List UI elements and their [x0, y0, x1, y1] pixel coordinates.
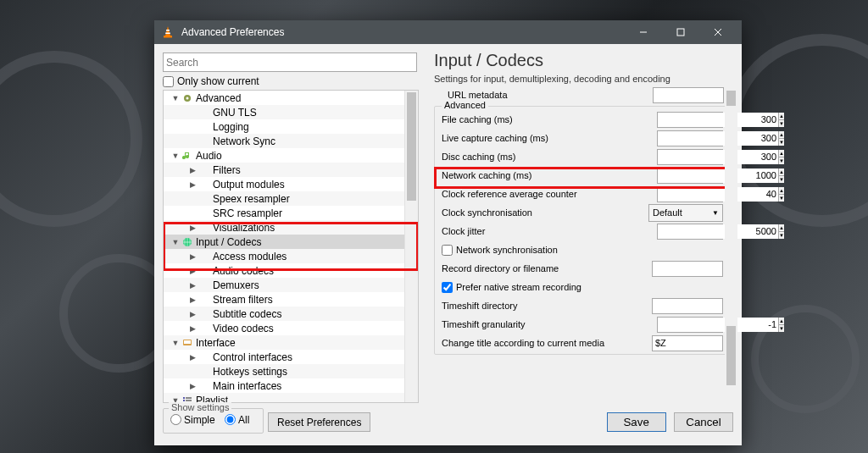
svg-point-9 [186, 97, 189, 99]
tree-item[interactable]: ▶Subtitle codecs [164, 307, 404, 321]
client-area: Only show current ▼AdvancedGNU TLSLoggin… [154, 44, 742, 445]
svg-rect-15 [183, 400, 185, 401]
live-capture-input[interactable]: ▲▼ [657, 130, 723, 146]
svg-rect-3 [164, 36, 172, 38]
chevron-icon: ▼ [170, 152, 181, 160]
record-dir-label: Record directory or filename [442, 263, 652, 273]
radio-all[interactable]: All [225, 414, 249, 426]
disc-caching-label: Disc caching (ms) [442, 152, 657, 162]
tree-item[interactable]: ▼Audio [164, 148, 404, 163]
clock-jitter-label: Clock jitter [442, 226, 657, 236]
category-icon [198, 294, 211, 306]
svg-rect-14 [186, 397, 192, 399]
tree-item[interactable]: ▶Access modules [164, 249, 404, 263]
tree-item-label: Speex resampler [213, 193, 290, 205]
clock-sync-select[interactable]: Default▼ [648, 204, 723, 222]
tree-item[interactable]: ▶Visualizations [164, 220, 404, 235]
tree-item[interactable]: GNU TLS [164, 105, 404, 119]
category-icon [198, 308, 211, 320]
tree-item[interactable]: ▶Main interfaces [164, 378, 404, 393]
tree-item[interactable]: ▶Output modules [164, 177, 404, 191]
tree-item-label: Control interfaces [213, 351, 292, 363]
save-button[interactable]: Save [607, 412, 666, 432]
close-button[interactable] [699, 20, 737, 44]
tree-item[interactable]: Hotkeys settings [164, 364, 404, 378]
minimize-button[interactable] [625, 20, 662, 44]
tree-item[interactable]: ▶Video codecs [164, 321, 404, 335]
tree-item-label: Input / Codecs [196, 236, 261, 248]
panel-scrollbar[interactable] [725, 89, 737, 407]
tree-item-label: Audio codecs [213, 265, 274, 277]
timeshift-gran-input[interactable]: ▲▼ [657, 317, 723, 333]
tree-item-label: Filters [213, 164, 241, 176]
network-caching-label: Network caching (ms) [442, 170, 657, 180]
category-icon [198, 222, 211, 234]
network-caching-input[interactable]: ▲▼ [657, 168, 723, 184]
network-sync-checkbox[interactable]: Network synchronisation [442, 245, 558, 256]
category-icon [198, 380, 211, 392]
tree-item[interactable]: ▶Audio codecs [164, 263, 404, 278]
maximize-button[interactable] [662, 20, 699, 44]
tree-item[interactable]: SRC resampler [164, 206, 404, 220]
change-title-input[interactable] [652, 335, 723, 351]
panel-subtitle: Settings for input, demultiplexing, deco… [434, 74, 731, 84]
tree-item[interactable]: ▶Stream filters [164, 292, 404, 307]
clock-jitter-input[interactable]: ▲▼ [657, 224, 723, 240]
tree-item-label: Visualizations [213, 222, 275, 234]
tree-item[interactable]: ▼Input / Codecs [164, 235, 404, 249]
settings-panel: Input / Codecs Settings for input, demul… [434, 51, 731, 355]
tree-item[interactable]: ▶Filters [164, 163, 404, 177]
timeshift-gran-label: Timeshift granularity [442, 319, 657, 329]
only-show-current-checkbox[interactable]: Only show current [163, 75, 417, 87]
chevron-icon: ▶ [187, 267, 198, 275]
file-caching-input[interactable]: ▲▼ [657, 112, 723, 128]
category-icon [198, 366, 211, 378]
titlebar[interactable]: Advanced Preferences [154, 20, 742, 44]
chevron-icon: ▶ [187, 310, 198, 318]
category-icon [198, 107, 211, 119]
tree-item-label: GNU TLS [213, 107, 257, 119]
category-icon [198, 265, 211, 277]
radio-simple[interactable]: Simple [170, 414, 215, 426]
reset-preferences-button[interactable]: Reset Preferences [268, 412, 370, 432]
tree-item-label: Interface [196, 337, 236, 349]
tree-item-label: Audio [196, 150, 222, 162]
tree-item[interactable]: Network Sync [164, 134, 404, 148]
prefer-native-checkbox[interactable]: Prefer native stream recording [442, 282, 581, 293]
preferences-window: Advanced Preferences Only show current ▼… [154, 20, 742, 445]
svg-rect-2 [165, 33, 170, 35]
category-icon [181, 92, 194, 104]
left-pane: Only show current ▼AdvancedGNU TLSLoggin… [163, 52, 417, 403]
tree-item[interactable]: ▼Advanced [164, 91, 404, 105]
category-tree[interactable]: ▼AdvancedGNU TLSLoggingNetwork Sync▼Audi… [163, 90, 419, 403]
svg-rect-1 [166, 30, 170, 31]
tree-item[interactable]: Speex resampler [164, 191, 404, 206]
tree-item[interactable]: ▶Demuxers [164, 278, 404, 292]
tree-item[interactable]: ▼Interface [164, 335, 404, 350]
chevron-icon: ▶ [187, 281, 198, 290]
change-title-label: Change title according to current media [442, 338, 652, 348]
tree-item[interactable]: Logging [164, 119, 404, 134]
tree-item-label: Main interfaces [213, 380, 281, 392]
disc-caching-input[interactable]: ▲▼ [657, 149, 723, 165]
cancel-button[interactable]: Cancel [674, 412, 733, 432]
advanced-section: Advanced File caching (ms)▲▼ Live captur… [434, 106, 731, 355]
tree-item-label: Advanced [196, 92, 241, 104]
url-metadata-input[interactable] [653, 87, 724, 103]
svg-rect-12 [184, 340, 191, 344]
tree-item-label: Subtitle codecs [213, 308, 281, 320]
tree-item-label: Network Sync [213, 135, 275, 147]
timeshift-dir-input[interactable] [652, 298, 723, 314]
clock-sync-label: Clock synchronisation [442, 207, 648, 218]
file-caching-label: File caching (ms) [442, 114, 657, 124]
dialog-buttons: Save Cancel [607, 412, 733, 432]
chevron-icon: ▼ [170, 94, 181, 102]
tree-scrollbar[interactable] [404, 91, 418, 402]
window-title: Advanced Preferences [181, 26, 284, 38]
tree-item[interactable]: ▼Playlist [164, 393, 404, 402]
category-icon [198, 193, 211, 205]
search-input[interactable] [163, 52, 417, 72]
clock-ref-input[interactable]: ▲▼ [657, 186, 723, 202]
tree-item[interactable]: ▶Control interfaces [164, 350, 404, 364]
record-dir-input[interactable] [652, 261, 723, 277]
